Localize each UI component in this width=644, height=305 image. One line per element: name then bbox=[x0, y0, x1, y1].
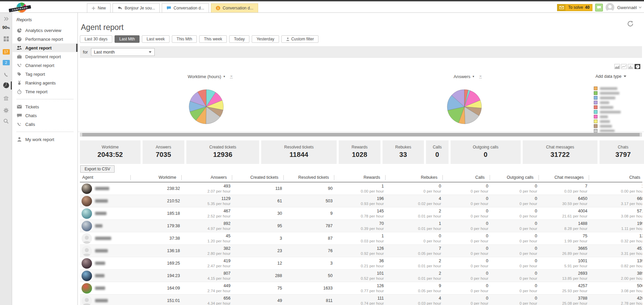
table-row[interactable]: 151:016564.34 per hour498111110.74 per h… bbox=[80, 295, 642, 305]
table-row[interactable]: 169:254192.47 per hour123360.21 per hour… bbox=[80, 257, 642, 270]
cell-answers: 4192.47 per hour bbox=[182, 257, 232, 269]
chat-toggle-button[interactable] bbox=[595, 4, 603, 11]
ticket-tab-0[interactable]: New bbox=[87, 3, 111, 12]
sidebar-item-calls[interactable]: Calls bbox=[12, 120, 78, 129]
sidebar-item-chats[interactable]: Chats bbox=[12, 111, 78, 120]
scrollbar-thumb[interactable] bbox=[82, 133, 640, 136]
to-solve-button[interactable]: To solve40 bbox=[557, 4, 592, 11]
filter-tab-this-week[interactable]: This week bbox=[199, 35, 227, 43]
legend-item-magenta[interactable] bbox=[594, 115, 621, 118]
contrado-logo[interactable]: CONTRADO bbox=[4, 2, 35, 15]
sidebar-item-agent-report[interactable]: Agent report bbox=[12, 43, 78, 52]
sidebar-item-ranking-agents[interactable]: Ranking agents bbox=[12, 78, 78, 87]
add-data-type-button[interactable]: Add data type bbox=[595, 74, 626, 79]
sidebar-item-time-report[interactable]: Time report bbox=[12, 87, 78, 96]
user-menu[interactable]: Gwennaël bbox=[617, 5, 642, 10]
for-bar: for Last month bbox=[80, 46, 642, 58]
column-header-worktime[interactable]: Worktime bbox=[131, 173, 182, 182]
stat-card-rebukes: Rebukes33 bbox=[382, 140, 424, 164]
sidebar-item-channel-report[interactable]: Channel report bbox=[12, 61, 78, 70]
legend-item-purple[interactable] bbox=[594, 101, 621, 104]
pie1-title[interactable]: Worktime (hours) bbox=[188, 74, 221, 79]
column-header-agent[interactable]: Agent bbox=[80, 173, 131, 182]
refresh-icon[interactable] bbox=[627, 20, 634, 27]
column-header-chats[interactable]: Chats bbox=[589, 173, 642, 182]
tickets-badge[interactable]: 17 bbox=[0, 49, 12, 55]
worktime-pie-chart[interactable] bbox=[189, 89, 224, 124]
cell-outgoing: 00 per hour bbox=[490, 182, 539, 195]
legend-item-blue[interactable] bbox=[594, 96, 621, 100]
agent-name-blurred bbox=[95, 187, 109, 190]
column-header-rebukes[interactable]: Rebukes bbox=[386, 173, 443, 182]
column-header-created-tickets[interactable]: Created tickets bbox=[232, 173, 284, 182]
remove-chart-button[interactable]: ✕ bbox=[479, 75, 482, 78]
cell-chats: 120.32 per hour bbox=[589, 232, 642, 244]
line-chart-icon[interactable] bbox=[621, 64, 627, 69]
zoom-level[interactable]: 90% bbox=[0, 25, 12, 30]
filter-tab-last-week[interactable]: Last week bbox=[142, 35, 170, 43]
dashboard-icon[interactable] bbox=[0, 36, 12, 41]
table-row[interactable]: 179:388924.97 per hour95787700.39 per ho… bbox=[80, 220, 642, 232]
legend-item-gray[interactable] bbox=[594, 129, 621, 133]
user-avatar[interactable] bbox=[606, 3, 614, 12]
stat-value: 33 bbox=[399, 151, 407, 159]
legend-item-cyan[interactable] bbox=[594, 110, 621, 114]
filter-tab-last-30-days[interactable]: Last 30 days bbox=[80, 35, 112, 43]
calls-icon[interactable] bbox=[0, 72, 12, 78]
filter-tab-this-mth[interactable]: This Mth bbox=[172, 35, 197, 43]
sidebar-item-tickets[interactable]: Tickets bbox=[12, 102, 78, 111]
column-header-calls[interactable]: Calls bbox=[443, 173, 490, 182]
bar-chart-icon[interactable] bbox=[628, 64, 634, 69]
cell-worktime: 179:38 bbox=[131, 220, 182, 232]
column-header-resolved-tickets[interactable]: Resolved tickets bbox=[284, 173, 334, 182]
pie-chart-icon[interactable] bbox=[635, 64, 640, 69]
table-row[interactable]: 37:38451.20 per hour38710.03 per hour00 … bbox=[80, 232, 642, 245]
ticket-tab-3[interactable]: 1Conversation d... bbox=[211, 3, 258, 12]
ticket-tab-2[interactable]: Conversation d... bbox=[162, 3, 209, 12]
agent-table: AgentWorktimeAnswersCreated ticketsResol… bbox=[80, 173, 642, 305]
filter-tab-today[interactable]: Today bbox=[229, 35, 249, 43]
search-icon[interactable] bbox=[0, 118, 12, 124]
table-row[interactable]: 185:184672.52 per hour3091450.78 per hou… bbox=[80, 207, 642, 220]
legend-item-yellow[interactable] bbox=[594, 120, 621, 123]
column-header-outgoing-calls[interactable]: Outgoing calls bbox=[490, 173, 539, 182]
stat-value: 7035 bbox=[156, 151, 171, 159]
settings-gear-icon[interactable] bbox=[0, 108, 12, 113]
legend-swatch bbox=[594, 105, 597, 109]
legend-item-brown[interactable] bbox=[594, 124, 621, 128]
table-row[interactable]: 194:238074.15 per hour288501010.52 per h… bbox=[80, 270, 642, 282]
sidebar-item-tag-report[interactable]: Tag report bbox=[12, 70, 78, 78]
filter-tab-yesterday[interactable]: Yesterday bbox=[252, 35, 279, 43]
sidebar-item-analytics-overview[interactable]: Analytics overview bbox=[12, 26, 78, 35]
chats-badge[interactable]: 2 bbox=[0, 60, 12, 65]
table-row[interactable]: 164:094492.74 per hour7516331260.77 per … bbox=[80, 282, 642, 295]
answers-pie-chart[interactable] bbox=[447, 89, 482, 124]
table-row[interactable]: 238:324932.07 per hour1189010.00 per hou… bbox=[80, 182, 642, 195]
sidebar-item-performance-report[interactable]: Performance report bbox=[12, 35, 78, 43]
sidebar-item-my-work-report[interactable]: My work report bbox=[12, 135, 78, 144]
column-header-rewards[interactable]: Rewards bbox=[334, 173, 386, 182]
company-icon[interactable] bbox=[0, 96, 12, 101]
table-row[interactable]: 136:183822.80 per hour23761260.92 per ho… bbox=[80, 245, 642, 257]
column-header-answers[interactable]: Answers bbox=[182, 173, 232, 182]
legend-item-orange[interactable] bbox=[594, 87, 621, 90]
top-bar: CONTRADO NewBonjour Je sou...Conversatio… bbox=[0, 1, 644, 13]
export-to-csv-button[interactable]: Export to CSV bbox=[80, 165, 115, 173]
period-select[interactable]: Last month bbox=[91, 48, 155, 56]
sidebar-item-department-report[interactable]: Department report bbox=[12, 52, 78, 61]
table-row[interactable]: 210:5211295.35 per hour615031960.93 per … bbox=[80, 195, 642, 207]
area-chart-icon[interactable] bbox=[614, 64, 620, 69]
horizontal-scrollbar[interactable] bbox=[80, 133, 642, 137]
filter-tab-last-mth[interactable]: Last Mth bbox=[115, 35, 140, 43]
reports-sidebar: Reports Analytics overviewPerformance re… bbox=[12, 13, 78, 305]
collapse-sidebar-button[interactable] bbox=[0, 17, 12, 21]
remove-chart-button[interactable]: ✕ bbox=[230, 75, 233, 78]
ticket-tab-1[interactable]: Bonjour Je sou... bbox=[113, 3, 160, 12]
column-header-chat-messages[interactable]: Chat messages bbox=[539, 173, 589, 182]
pie2-title[interactable]: Answers bbox=[454, 74, 470, 79]
filter-tab-custom-filter[interactable]: Custom filter bbox=[281, 35, 318, 43]
legend-item-green[interactable] bbox=[594, 91, 621, 95]
chart-area-divider bbox=[78, 132, 644, 132]
reports-icon-active[interactable] bbox=[0, 82, 12, 89]
legend-item-red[interactable] bbox=[594, 105, 621, 109]
